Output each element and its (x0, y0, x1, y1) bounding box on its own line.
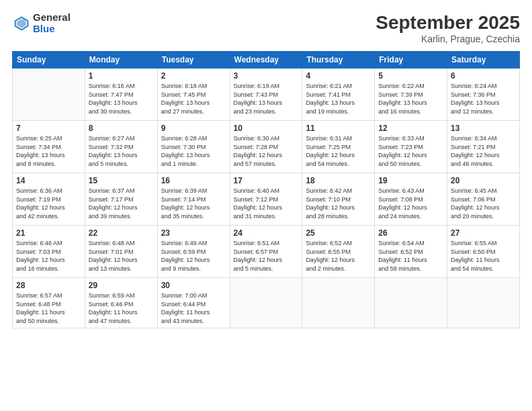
table-row: 14Sunrise: 6:36 AM Sunset: 7:19 PM Dayli… (13, 173, 85, 226)
day-info: Sunrise: 6:51 AM Sunset: 6:57 PM Dayligh… (234, 239, 299, 273)
table-row: 11Sunrise: 6:31 AM Sunset: 7:25 PM Dayli… (302, 121, 375, 173)
logo: General Blue (12, 12, 71, 34)
day-info: Sunrise: 6:54 AM Sunset: 6:52 PM Dayligh… (378, 239, 443, 273)
day-info: Sunrise: 6:19 AM Sunset: 7:43 PM Dayligh… (234, 82, 299, 116)
table-row: 20Sunrise: 6:45 AM Sunset: 7:06 PM Dayli… (447, 173, 520, 226)
day-info: Sunrise: 6:31 AM Sunset: 7:25 PM Dayligh… (306, 134, 371, 168)
table-row (447, 278, 520, 328)
day-number: 15 (89, 176, 154, 185)
day-info: Sunrise: 6:21 AM Sunset: 7:41 PM Dayligh… (306, 82, 371, 116)
day-number: 16 (161, 176, 226, 185)
table-row: 2Sunrise: 6:18 AM Sunset: 7:45 PM Daylig… (157, 68, 230, 121)
day-number: 13 (451, 124, 516, 133)
table-row: 22Sunrise: 6:48 AM Sunset: 7:01 PM Dayli… (85, 226, 157, 278)
logo-text: General Blue (33, 12, 71, 34)
day-info: Sunrise: 6:42 AM Sunset: 7:10 PM Dayligh… (306, 187, 371, 220)
table-row (13, 68, 85, 121)
day-info: Sunrise: 6:37 AM Sunset: 7:17 PM Dayligh… (89, 187, 154, 220)
day-number: 20 (451, 176, 516, 185)
table-row: 23Sunrise: 6:49 AM Sunset: 6:59 PM Dayli… (157, 226, 230, 278)
table-row: 15Sunrise: 6:37 AM Sunset: 7:17 PM Dayli… (85, 173, 157, 226)
table-row: 6Sunrise: 6:24 AM Sunset: 7:36 PM Daylig… (447, 68, 520, 121)
day-number: 19 (378, 176, 443, 185)
day-number: 14 (16, 176, 81, 185)
day-number: 12 (378, 124, 443, 133)
table-row: 16Sunrise: 6:39 AM Sunset: 7:14 PM Dayli… (157, 173, 230, 226)
title-block: September 2025 Karlin, Prague, Czechia (375, 12, 520, 44)
day-info: Sunrise: 6:34 AM Sunset: 7:21 PM Dayligh… (451, 134, 516, 168)
table-row: 3Sunrise: 6:19 AM Sunset: 7:43 PM Daylig… (230, 68, 302, 121)
day-info: Sunrise: 6:52 AM Sunset: 6:55 PM Dayligh… (306, 239, 371, 273)
day-number: 4 (306, 71, 371, 81)
day-info: Sunrise: 6:57 AM Sunset: 6:48 PM Dayligh… (16, 291, 81, 325)
day-info: Sunrise: 6:25 AM Sunset: 7:34 PM Dayligh… (16, 134, 81, 168)
table-row: 1Sunrise: 6:16 AM Sunset: 7:47 PM Daylig… (85, 68, 157, 121)
table-row: 13Sunrise: 6:34 AM Sunset: 7:21 PM Dayli… (447, 121, 520, 173)
page: General Blue September 2025 Karlin, Prag… (0, 0, 532, 411)
day-info: Sunrise: 6:45 AM Sunset: 7:06 PM Dayligh… (451, 187, 516, 220)
table-row: 24Sunrise: 6:51 AM Sunset: 6:57 PM Dayli… (230, 226, 302, 278)
day-number: 2 (161, 71, 226, 81)
day-info: Sunrise: 6:46 AM Sunset: 7:03 PM Dayligh… (16, 239, 81, 273)
day-info: Sunrise: 6:36 AM Sunset: 7:19 PM Dayligh… (16, 187, 81, 220)
day-number: 25 (306, 228, 371, 238)
day-info: Sunrise: 6:30 AM Sunset: 7:28 PM Dayligh… (234, 134, 299, 168)
logo-icon (12, 14, 31, 33)
day-info: Sunrise: 6:49 AM Sunset: 6:59 PM Dayligh… (161, 239, 226, 273)
day-number: 7 (16, 124, 81, 133)
day-number: 8 (89, 124, 154, 133)
table-row: 30Sunrise: 7:00 AM Sunset: 6:44 PM Dayli… (157, 278, 230, 328)
table-row: 17Sunrise: 6:40 AM Sunset: 7:12 PM Dayli… (230, 173, 302, 226)
day-number: 1 (89, 71, 154, 81)
day-number: 17 (234, 176, 299, 185)
day-info: Sunrise: 6:28 AM Sunset: 7:30 PM Dayligh… (161, 134, 226, 168)
table-row: 18Sunrise: 6:42 AM Sunset: 7:10 PM Dayli… (302, 173, 375, 226)
day-number: 28 (16, 281, 81, 290)
table-row: 27Sunrise: 6:55 AM Sunset: 6:50 PM Dayli… (447, 226, 520, 278)
location: Karlin, Prague, Czechia (375, 34, 520, 44)
table-row: 12Sunrise: 6:33 AM Sunset: 7:23 PM Dayli… (375, 121, 447, 173)
day-number: 29 (89, 281, 154, 290)
day-info: Sunrise: 6:24 AM Sunset: 7:36 PM Dayligh… (451, 82, 516, 116)
day-info: Sunrise: 6:22 AM Sunset: 7:39 PM Dayligh… (378, 82, 443, 116)
day-number: 5 (378, 71, 443, 81)
day-info: Sunrise: 6:59 AM Sunset: 6:46 PM Dayligh… (89, 291, 154, 325)
table-row (302, 278, 375, 328)
day-info: Sunrise: 6:43 AM Sunset: 7:08 PM Dayligh… (378, 187, 443, 220)
day-number: 21 (16, 228, 81, 238)
day-number: 11 (306, 124, 371, 133)
day-number: 23 (161, 228, 226, 238)
day-info: Sunrise: 6:33 AM Sunset: 7:23 PM Dayligh… (378, 134, 443, 168)
table-row (230, 278, 302, 328)
calendar-header-row: Sunday Monday Tuesday Wednesday Thursday… (13, 52, 520, 68)
table-row: 25Sunrise: 6:52 AM Sunset: 6:55 PM Dayli… (302, 226, 375, 278)
table-row: 28Sunrise: 6:57 AM Sunset: 6:48 PM Dayli… (13, 278, 85, 328)
day-info: Sunrise: 6:40 AM Sunset: 7:12 PM Dayligh… (234, 187, 299, 220)
col-tuesday: Tuesday (157, 52, 230, 68)
day-info: Sunrise: 7:00 AM Sunset: 6:44 PM Dayligh… (161, 291, 226, 325)
month-title: September 2025 (375, 12, 520, 34)
table-row: 9Sunrise: 6:28 AM Sunset: 7:30 PM Daylig… (157, 121, 230, 173)
table-row (375, 278, 447, 328)
day-number: 26 (378, 228, 443, 238)
header: General Blue September 2025 Karlin, Prag… (12, 12, 520, 44)
day-info: Sunrise: 6:16 AM Sunset: 7:47 PM Dayligh… (89, 82, 154, 116)
col-saturday: Saturday (447, 52, 520, 68)
table-row: 4Sunrise: 6:21 AM Sunset: 7:41 PM Daylig… (302, 68, 375, 121)
day-info: Sunrise: 6:55 AM Sunset: 6:50 PM Dayligh… (451, 239, 516, 273)
col-sunday: Sunday (13, 52, 85, 68)
day-number: 30 (161, 281, 226, 290)
table-row: 19Sunrise: 6:43 AM Sunset: 7:08 PM Dayli… (375, 173, 447, 226)
calendar-table: Sunday Monday Tuesday Wednesday Thursday… (12, 51, 520, 328)
table-row: 29Sunrise: 6:59 AM Sunset: 6:46 PM Dayli… (85, 278, 157, 328)
col-friday: Friday (375, 52, 447, 68)
table-row: 7Sunrise: 6:25 AM Sunset: 7:34 PM Daylig… (13, 121, 85, 173)
day-number: 27 (451, 228, 516, 238)
table-row: 21Sunrise: 6:46 AM Sunset: 7:03 PM Dayli… (13, 226, 85, 278)
col-monday: Monday (85, 52, 157, 68)
day-number: 3 (234, 71, 299, 81)
day-number: 24 (234, 228, 299, 238)
day-number: 18 (306, 176, 371, 185)
day-info: Sunrise: 6:48 AM Sunset: 7:01 PM Dayligh… (89, 239, 154, 273)
table-row: 8Sunrise: 6:27 AM Sunset: 7:32 PM Daylig… (85, 121, 157, 173)
